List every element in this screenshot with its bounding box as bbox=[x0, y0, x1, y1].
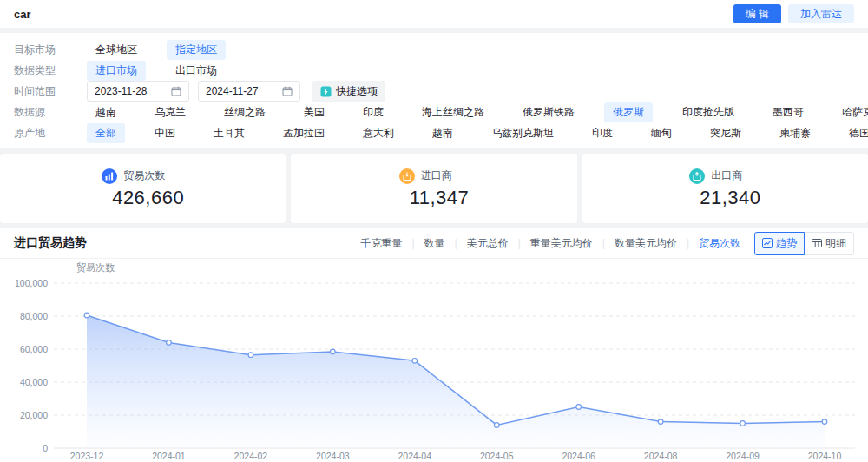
importer-icon bbox=[399, 168, 415, 184]
stat-card: 进口商11,347 bbox=[291, 154, 576, 223]
origin-label: 原产地 bbox=[14, 126, 64, 141]
origin-option[interactable]: 德国 bbox=[840, 123, 868, 143]
chart-header: 进口贸易趋势 千克重量|数量|美元总价|重量美元均价|数量美元均价|贸易次数 趋… bbox=[0, 228, 868, 259]
data-point[interactable] bbox=[576, 405, 582, 410]
origin-option[interactable]: 印度 bbox=[583, 123, 621, 143]
stat-label: 贸易次数 bbox=[123, 168, 165, 183]
metric-option[interactable]: 重量美元均价 bbox=[529, 236, 595, 251]
data-source-option[interactable]: 印度 bbox=[354, 102, 392, 122]
origin-option[interactable]: 乌兹别克斯坦 bbox=[483, 123, 562, 143]
metric-option[interactable]: 美元总价 bbox=[465, 236, 510, 251]
origin-option[interactable]: 意大利 bbox=[354, 123, 403, 143]
target-market-option[interactable]: 全球地区 bbox=[87, 40, 146, 60]
data-type-option[interactable]: 进口市场 bbox=[87, 61, 146, 81]
data-source-option[interactable]: 俄罗斯铁路 bbox=[514, 102, 583, 122]
trend-button-label: 趋势 bbox=[776, 236, 797, 251]
svg-text:100,000: 100,000 bbox=[15, 278, 48, 288]
origin-option[interactable]: 全部 bbox=[87, 123, 125, 143]
add-to-radar-button[interactable]: 加入雷达 bbox=[788, 4, 854, 23]
data-source-option[interactable]: 印度抢先版 bbox=[674, 102, 743, 122]
stat-card: 贸易次数426,660 bbox=[0, 154, 286, 223]
data-source-option[interactable]: 乌克兰 bbox=[146, 102, 194, 122]
target-market-options: 全球地区指定地区 bbox=[87, 40, 226, 60]
quick-options-icon bbox=[320, 86, 332, 97]
metric-option[interactable]: 数量美元均价 bbox=[613, 236, 679, 251]
start-date-input[interactable]: 2023-11-28 bbox=[87, 81, 189, 102]
origin-option[interactable]: 柬埔寨 bbox=[771, 123, 819, 143]
chart-title: 进口贸易趋势 bbox=[14, 235, 87, 251]
trend-line-chart[interactable]: 020,00040,00060,00080,000100,000贸易次数2023… bbox=[0, 259, 868, 462]
x-axis-label: 2024-04 bbox=[398, 451, 432, 461]
trend-chart-area[interactable]: 020,00040,00060,00080,000100,000贸易次数2023… bbox=[0, 259, 868, 462]
x-axis-label: 2024-06 bbox=[562, 451, 595, 461]
data-point[interactable] bbox=[658, 419, 663, 425]
edit-button[interactable]: 编 辑 bbox=[733, 4, 781, 23]
data-point[interactable] bbox=[494, 423, 499, 428]
trend-view-button[interactable]: 趋势 bbox=[754, 232, 805, 255]
data-source-options: 越南乌克兰丝绸之路美国印度海上丝绸之路俄罗斯铁路俄罗斯印度抢先版墨西哥哈萨克斯坦… bbox=[87, 102, 868, 122]
data-type-option[interactable]: 出口市场 bbox=[167, 61, 226, 81]
stat-card-content: 出口商21,340 bbox=[689, 168, 760, 209]
target-market-option[interactable]: 指定地区 bbox=[167, 40, 226, 60]
stat-label: 进口商 bbox=[421, 168, 452, 183]
data-source-label: 数据源 bbox=[14, 105, 64, 120]
start-date-value: 2023-11-28 bbox=[95, 85, 148, 97]
origin-option[interactable]: 越南 bbox=[424, 123, 462, 143]
data-point[interactable] bbox=[412, 359, 418, 364]
data-point[interactable] bbox=[248, 353, 253, 358]
svg-text:0: 0 bbox=[43, 443, 48, 453]
x-axis-label: 2024-10 bbox=[808, 451, 842, 461]
metric-switcher: 千克重量|数量|美元总价|重量美元均价|数量美元均价|贸易次数 bbox=[358, 236, 742, 251]
data-source-option[interactable]: 俄罗斯 bbox=[604, 102, 653, 122]
origin-option[interactable]: 中国 bbox=[146, 123, 184, 143]
data-source-option[interactable]: 美国 bbox=[295, 102, 333, 122]
filter-row-date-range: 时间范围 2023-11-28 2024-11-27 快捷选项 bbox=[0, 81, 868, 102]
data-type-label: 数据类型 bbox=[14, 63, 64, 78]
trend-chart-icon bbox=[762, 238, 773, 248]
metric-option[interactable]: 千克重量 bbox=[358, 236, 404, 251]
data-point[interactable] bbox=[331, 349, 336, 354]
x-axis-label: 2024-09 bbox=[726, 451, 760, 461]
chart-controls: 千克重量|数量|美元总价|重量美元均价|数量美元均价|贸易次数 趋势 明细 bbox=[358, 232, 854, 255]
table-icon bbox=[812, 238, 822, 248]
data-source-option[interactable]: 墨西哥 bbox=[764, 102, 812, 122]
data-source-option[interactable]: 哈萨克斯坦 bbox=[833, 102, 868, 122]
exporter-icon bbox=[689, 168, 705, 184]
data-point[interactable] bbox=[167, 340, 172, 346]
origin-option[interactable]: 突尼斯 bbox=[701, 123, 750, 143]
calendar-icon bbox=[171, 86, 181, 96]
metric-separator: | bbox=[687, 237, 689, 249]
quick-options-button[interactable]: 快捷选项 bbox=[312, 81, 385, 102]
stat-value: 21,340 bbox=[689, 187, 760, 209]
end-date-value: 2024-11-27 bbox=[206, 85, 259, 97]
stat-label: 出口商 bbox=[711, 168, 742, 183]
stat-value: 426,660 bbox=[102, 187, 184, 209]
stat-card-content: 进口商11,347 bbox=[399, 168, 470, 209]
origin-option[interactable]: 孟加拉国 bbox=[274, 123, 333, 143]
detail-view-button[interactable]: 明细 bbox=[804, 232, 854, 255]
target-market-label: 目标市场 bbox=[14, 43, 64, 57]
data-source-option[interactable]: 丝绸之路 bbox=[215, 102, 274, 122]
data-type-options: 进口市场出口市场 bbox=[87, 61, 226, 81]
svg-text:贸易次数: 贸易次数 bbox=[76, 262, 115, 273]
filter-row-data-type: 数据类型 进口市场出口市场 bbox=[0, 60, 868, 81]
stat-card: 出口商21,340 bbox=[582, 154, 868, 223]
data-point[interactable] bbox=[822, 419, 827, 425]
page-title: car bbox=[14, 8, 31, 21]
origin-option[interactable]: 土耳其 bbox=[205, 123, 253, 143]
metric-option[interactable]: 数量 bbox=[423, 236, 447, 251]
data-source-option[interactable]: 越南 bbox=[87, 102, 125, 122]
origin-option[interactable]: 缅甸 bbox=[642, 123, 681, 143]
metric-option[interactable]: 贸易次数 bbox=[697, 236, 742, 251]
end-date-input[interactable]: 2024-11-27 bbox=[198, 81, 300, 102]
topbar-actions: 编 辑 加入雷达 bbox=[733, 4, 854, 23]
x-axis-label: 2023-12 bbox=[70, 451, 104, 461]
data-source-option[interactable]: 海上丝绸之路 bbox=[413, 102, 493, 122]
data-point[interactable] bbox=[84, 313, 89, 318]
svg-text:20,000: 20,000 bbox=[20, 410, 48, 420]
x-axis-label: 2024-08 bbox=[644, 451, 678, 461]
metric-separator: | bbox=[411, 237, 414, 249]
stat-value: 11,347 bbox=[399, 187, 470, 209]
quick-options-label: 快捷选项 bbox=[336, 84, 378, 99]
data-point[interactable] bbox=[740, 421, 746, 426]
